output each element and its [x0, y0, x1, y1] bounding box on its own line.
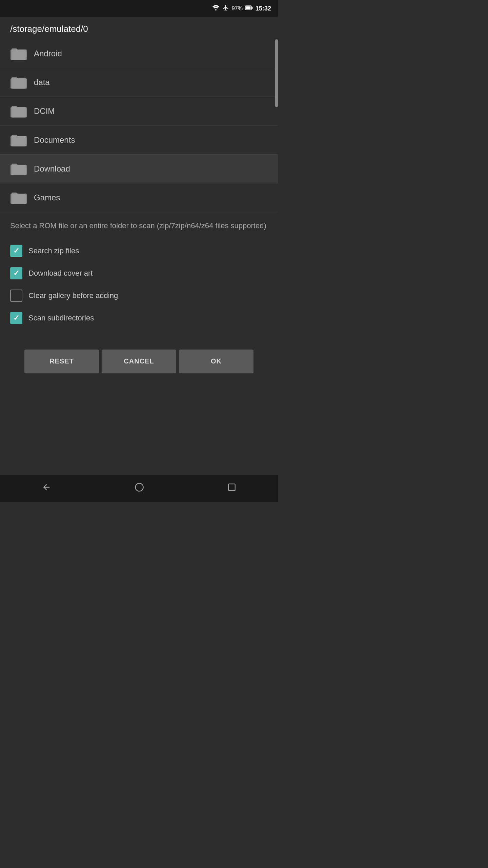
svg-rect-5 — [228, 484, 235, 491]
folder-name-dcim: DCIM — [34, 106, 55, 116]
checkbox-label-search-zip: Search zip files — [28, 246, 79, 255]
reset-button[interactable]: RESET — [24, 350, 99, 373]
wifi-icon — [212, 5, 220, 12]
checkbox-download-cover-art[interactable] — [10, 267, 22, 279]
cancel-button[interactable]: CANCEL — [102, 350, 176, 373]
battery-icon — [245, 5, 253, 12]
checkbox-scan-subdirs[interactable] — [10, 312, 22, 324]
folder-name-documents: Documents — [34, 135, 75, 145]
svg-point-0 — [215, 9, 217, 11]
button-row: RESET CANCEL OK — [0, 339, 278, 383]
folder-item-download[interactable]: Download — [0, 155, 278, 183]
scrollbar[interactable] — [275, 39, 278, 107]
airplane-icon — [222, 4, 229, 13]
folder-item-dcim[interactable]: DCIM — [0, 97, 278, 126]
battery-percentage: 97% — [232, 5, 243, 12]
checkbox-search-zip[interactable] — [10, 245, 22, 257]
folder-name-download: Download — [34, 164, 70, 174]
checkbox-item-download-cover-art[interactable]: Download cover art — [10, 262, 268, 284]
folder-scroll-container: Android data DCIM Documents — [0, 39, 278, 212]
folder-item-android[interactable]: Android — [0, 39, 278, 68]
nav-bar — [0, 475, 278, 502]
folder-item-data[interactable]: data — [0, 68, 278, 97]
current-path: /storage/emulated/0 — [10, 24, 88, 34]
checkbox-item-search-zip[interactable]: Search zip files — [10, 240, 268, 262]
path-header: /storage/emulated/0 — [0, 17, 278, 39]
svg-rect-3 — [251, 7, 252, 9]
svg-rect-2 — [246, 6, 250, 9]
recents-icon[interactable] — [227, 483, 236, 494]
folder-name-data: data — [34, 78, 50, 87]
checkbox-item-clear-gallery[interactable]: Clear gallery before adding — [10, 284, 268, 307]
time-display: 15:32 — [256, 5, 271, 12]
home-icon[interactable] — [135, 482, 144, 494]
svg-point-4 — [135, 483, 143, 491]
back-icon[interactable] — [42, 482, 51, 494]
checkbox-section: Search zip files Download cover art Clea… — [0, 236, 278, 333]
instructions-text: Select a ROM file or an entire folder to… — [0, 212, 278, 236]
folder-name-games: Games — [34, 193, 60, 202]
checkbox-clear-gallery[interactable] — [10, 290, 22, 302]
folder-item-documents[interactable]: Documents — [0, 126, 278, 155]
checkbox-label-clear-gallery: Clear gallery before adding — [28, 291, 118, 300]
ok-button[interactable]: OK — [179, 350, 253, 373]
checkbox-label-download-cover-art: Download cover art — [28, 269, 93, 278]
folder-list: Android data DCIM Documents — [0, 39, 278, 212]
status-bar: 97% 15:32 — [0, 0, 278, 17]
folder-name-android: Android — [34, 49, 62, 58]
checkbox-label-scan-subdirs: Scan subdirectories — [28, 314, 94, 322]
checkbox-item-scan-subdirs[interactable]: Scan subdirectories — [10, 307, 268, 329]
folder-item-games[interactable]: Games — [0, 183, 278, 212]
